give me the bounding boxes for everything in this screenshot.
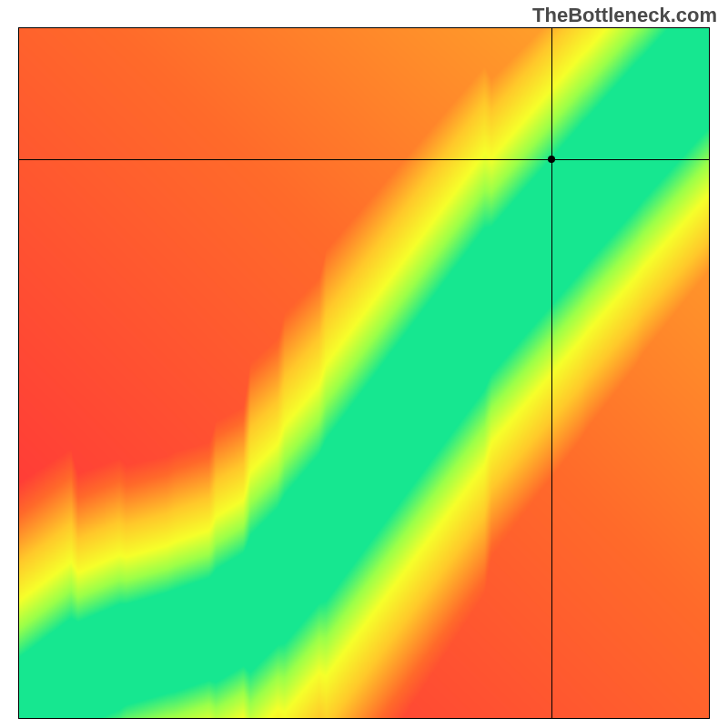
crosshair-horizontal	[19, 159, 709, 160]
marker-dot	[548, 156, 555, 163]
crosshair-vertical	[551, 28, 552, 718]
heatmap-canvas	[19, 28, 709, 718]
heatmap-plot	[18, 27, 710, 719]
watermark-text: TheBottleneck.com	[532, 4, 717, 27]
